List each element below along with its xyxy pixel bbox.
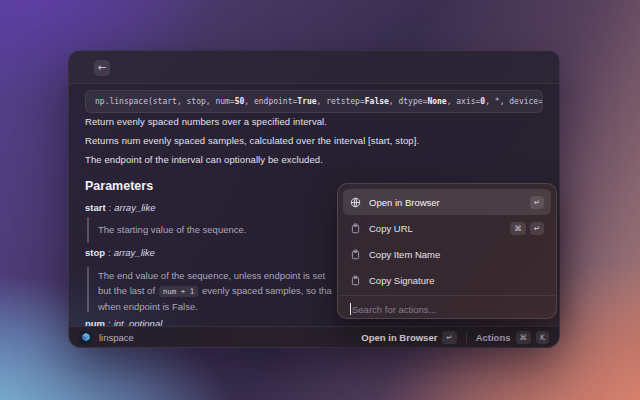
footer-actions-group: Open in Browser ↵ Actions ⌘ K	[361, 331, 549, 344]
footer-actions-button[interactable]: Actions	[476, 332, 511, 343]
signature-code-box: np.linspace(start, stop, num=50, endpoin…	[85, 90, 543, 113]
description-line-1: Return evenly spaced numbers over a spec…	[85, 116, 327, 127]
code-token: , *, device=	[485, 97, 543, 106]
menu-item-label: Copy Signature	[369, 275, 434, 286]
text-cursor	[350, 303, 351, 315]
param-stop-description: The end value of the sequence, unless en…	[87, 267, 332, 312]
menu-item-label: Copy URL	[369, 223, 413, 234]
param-stop-desc-pre: but the last of	[98, 285, 158, 296]
menu-item-copy-item-name[interactable]: Copy Item Name	[343, 241, 551, 267]
parameters-heading: Parameters	[85, 179, 153, 193]
param-stop-type: array_like	[114, 247, 155, 258]
signature-code: np.linspace(start, stop, num=50, endpoin…	[95, 97, 543, 106]
param-start-type: array_like	[114, 202, 155, 213]
clipboard-icon	[350, 275, 361, 286]
param-start: start:array_like	[85, 202, 155, 213]
footer-divider	[466, 332, 467, 343]
code-token: np.linspace(start, stop, num=	[95, 97, 235, 106]
param-stop-description-line-1: The end value of the sequence, unless en…	[98, 268, 332, 283]
menu-item-copy-signature[interactable]: Copy Signature	[343, 267, 551, 293]
param-separator: :	[109, 202, 112, 213]
description-line-2: Returns num evenly spaced samples, calcu…	[85, 135, 419, 146]
code-token: True	[297, 97, 316, 106]
param-start-name: start	[85, 202, 106, 213]
footer-item-name: linspace	[99, 332, 134, 343]
param-stop-description-line-3: when endpoint is False.	[98, 299, 332, 314]
param-start-description-text: The starting value of the sequence.	[98, 224, 246, 235]
window-header: ←	[69, 51, 559, 84]
k-key-badge: K	[536, 331, 549, 344]
inline-code-num-plus-1: num + 1	[159, 286, 199, 297]
command-key-badge: ⌘	[510, 222, 526, 235]
menu-item-copy-url[interactable]: Copy URL ⌘ ↵	[343, 215, 551, 241]
code-token: None	[427, 97, 446, 106]
menu-item-shortcuts: ↵	[530, 196, 544, 209]
return-key-badge: ↵	[530, 196, 544, 209]
clipboard-icon	[350, 249, 361, 260]
actions-search-input[interactable]	[352, 304, 544, 315]
raycast-window: ← np.linspace(start, stop, num=50, endpo…	[68, 50, 560, 348]
return-key-badge: ↵	[530, 222, 544, 235]
code-token: 50	[235, 97, 245, 106]
menu-item-label: Open in Browser	[369, 197, 440, 208]
back-arrow-icon: ←	[98, 62, 106, 73]
menu-item-shortcuts: ⌘ ↵	[510, 222, 544, 235]
footer-open-in-browser-button[interactable]: Open in Browser	[361, 332, 437, 343]
param-stop-desc-post: evenly spaced samples, so tha	[199, 285, 332, 296]
param-separator: :	[108, 247, 111, 258]
description-line-3: The endpoint of the interval can optiona…	[85, 154, 323, 165]
numpy-logo-icon	[79, 331, 92, 344]
footer-bar: linspace Open in Browser ↵ Actions ⌘ K	[69, 326, 559, 347]
code-token: , dtype=	[389, 97, 428, 106]
clipboard-icon	[350, 223, 361, 234]
actions-menu-panel: Open in Browser ↵ Copy URL ⌘ ↵	[337, 183, 557, 319]
desktop-background: ← np.linspace(start, stop, num=50, endpo…	[0, 0, 640, 400]
param-stop: stop:array_like	[85, 247, 155, 258]
param-stop-name: stop	[85, 247, 105, 258]
command-key-badge: ⌘	[516, 331, 532, 344]
code-token: , axis=	[447, 97, 481, 106]
globe-icon	[350, 197, 361, 208]
code-token: False	[365, 97, 389, 106]
back-button[interactable]: ←	[94, 60, 110, 76]
actions-search-field	[343, 296, 551, 322]
param-stop-description-line-2: but the last of num + 1 evenly spaced sa…	[98, 283, 332, 299]
code-token: , endpoint=	[244, 97, 297, 106]
return-key-badge: ↵	[442, 331, 456, 344]
code-token: , retstep=	[317, 97, 365, 106]
menu-item-label: Copy Item Name	[369, 249, 440, 260]
menu-item-open-in-browser[interactable]: Open in Browser ↵	[343, 189, 551, 215]
param-start-description: The starting value of the sequence.	[87, 217, 246, 243]
